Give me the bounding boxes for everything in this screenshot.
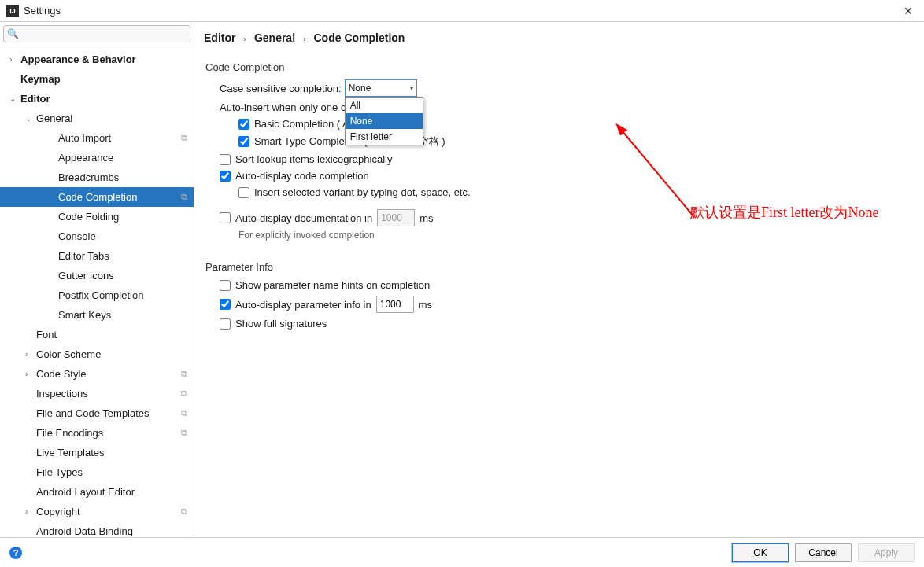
settings-sidebar: 🔍 ›Appearance & BehaviorKeymap⌄Editor⌄Ge… [0,22,194,536]
tree-item-label: Editor [20,93,194,105]
tree-item-label: File Encodings [36,427,181,439]
tree-item-label: Keymap [20,73,194,85]
tree-arrow-icon: › [25,507,36,516]
show-param-hints-checkbox[interactable]: Show parameter name hints on completion [220,279,430,291]
tree-item-editor-tabs[interactable]: Editor Tabs [0,246,194,266]
chevron-right-icon: › [243,34,246,43]
title-bar: IJ Settings ✕ [0,0,924,22]
tree-item-keymap[interactable]: Keymap [0,69,194,89]
tree-arrow-icon: › [25,370,36,378]
help-icon[interactable]: ? [9,547,22,559]
copy-icon: ⧉ [181,428,187,438]
autodoc-note: For explicitly invoked completion [238,230,913,241]
autoinsert-label: Auto-insert when only one c [220,101,346,113]
tree-item-label: Inspections [36,388,181,399]
auto-display-doc-checkbox[interactable]: Auto-display documentation in [220,212,372,224]
tree-item-label: Code Style [36,368,181,380]
tree-item-android-layout-editor[interactable]: Android Layout Editor [0,482,194,502]
autodoc-delay-field[interactable] [377,209,415,226]
tree-item-label: Breadcrumbs [58,171,194,183]
case-sensitive-label: Case sensitive completion: [220,83,342,94]
tree-arrow-icon: ⌄ [9,94,20,103]
tree-item-android-data-binding[interactable]: Android Data Binding [0,521,194,536]
tree-item-smart-keys[interactable]: Smart Keys [0,305,194,325]
tree-item-label: Gutter Icons [58,270,194,282]
dropdown-option-none[interactable]: None [346,113,423,129]
tree-item-label: General [36,112,194,124]
tree-item-label: Android Data Binding [36,525,194,536]
tree-item-inspections[interactable]: Inspections⧉ [0,384,194,403]
cancel-button[interactable]: Cancel [795,543,852,562]
tree-item-label: Android Layout Editor [36,486,194,498]
close-icon[interactable]: ✕ [899,3,918,19]
tree-item-label: Smart Keys [58,309,194,321]
tree-item-label: File Types [36,466,194,478]
insert-variant-checkbox[interactable]: Insert selected variant by typing dot, s… [238,186,471,198]
tree-item-file-and-code-templates[interactable]: File and Code Templates⧉ [0,403,194,423]
chevron-right-icon: › [303,34,306,43]
app-icon: IJ [6,5,19,17]
tree-item-label: Code Folding [58,211,194,223]
sort-lookup-checkbox[interactable]: Sort lookup items lexicographically [220,153,392,165]
apply-button[interactable]: Apply [858,543,915,562]
tree-item-color-scheme[interactable]: ›Color Scheme [0,344,194,364]
tree-item-label: Code Completion [58,191,181,203]
tree-item-label: Auto Import [58,132,181,144]
dropdown-option-first-letter[interactable]: First letter [346,129,423,145]
show-full-signatures-checkbox[interactable]: Show full signatures [220,318,327,330]
tree-item-label: Postfix Completion [58,289,194,301]
breadcrumb: Editor › General › Code Completion [194,22,924,52]
tree-arrow-icon: ⌄ [25,114,36,123]
search-input[interactable] [3,25,190,42]
auto-display-param-checkbox[interactable]: Auto-display parameter info in [220,299,371,311]
auto-display-completion-checkbox[interactable]: Auto-display code completion [220,170,369,182]
tree-item-label: Live Templates [36,447,194,458]
tree-item-postfix-completion[interactable]: Postfix Completion [0,285,194,305]
tree-item-label: Copyright [36,506,181,517]
window-title: Settings [24,5,61,17]
annotation-text: 默认设置是First letter改为None [690,203,878,222]
case-sensitive-dropdown[interactable]: None ▾ All None First letter [345,79,417,97]
tree-item-file-encodings[interactable]: File Encodings⧉ [0,423,194,443]
tree-item-auto-import[interactable]: Auto Import⧉ [0,128,194,148]
tree-item-console[interactable]: Console [0,226,194,246]
tree-arrow-icon: › [25,350,36,359]
dialog-footer: ? OK Cancel Apply [0,537,924,567]
copy-icon: ⧉ [181,506,187,517]
search-icon: 🔍 [7,28,19,39]
tree-item-label: Font [36,329,194,341]
tree-item-gutter-icons[interactable]: Gutter Icons [0,266,194,285]
dropdown-list: All None First letter [345,97,423,145]
tree-arrow-icon: › [9,55,20,64]
tree-item-appearance-behavior[interactable]: ›Appearance & Behavior [0,50,194,69]
copy-icon: ⧉ [181,388,187,399]
tree-item-file-types[interactable]: File Types [0,462,194,482]
copy-icon: ⧉ [181,133,187,143]
tree-item-code-completion[interactable]: Code Completion⧉ [0,187,194,207]
tree-item-font[interactable]: Font [0,325,194,344]
settings-tree[interactable]: ›Appearance & BehaviorKeymap⌄Editor⌄Gene… [0,46,194,536]
section-parameter-info: Parameter Info [205,261,913,273]
tree-item-label: Appearance & Behavior [20,53,194,65]
copy-icon: ⧉ [181,369,187,379]
tree-item-editor[interactable]: ⌄Editor [0,89,194,109]
tree-item-label: Color Scheme [36,348,194,360]
ok-button[interactable]: OK [732,543,789,562]
tree-item-code-folding[interactable]: Code Folding [0,207,194,226]
copy-icon: ⧉ [181,408,187,418]
tree-item-label: Appearance [58,152,194,164]
basic-completion-checkbox[interactable]: Basic Completion ( A [238,118,349,130]
tree-item-breadcrumbs[interactable]: Breadcrumbs [0,168,194,187]
param-delay-field[interactable] [376,296,414,313]
tree-item-code-style[interactable]: ›Code Style⧉ [0,364,194,384]
tree-item-general[interactable]: ⌄General [0,109,194,128]
chevron-down-icon: ▾ [410,85,413,92]
tree-item-appearance[interactable]: Appearance [0,148,194,168]
tree-item-label: Console [58,230,194,242]
dropdown-option-all[interactable]: All [346,98,423,113]
tree-item-copyright[interactable]: ›Copyright⧉ [0,502,194,521]
copy-icon: ⧉ [181,192,187,202]
section-code-completion: Code Completion [205,61,913,73]
tree-item-label: Editor Tabs [58,250,194,262]
tree-item-live-templates[interactable]: Live Templates [0,443,194,462]
